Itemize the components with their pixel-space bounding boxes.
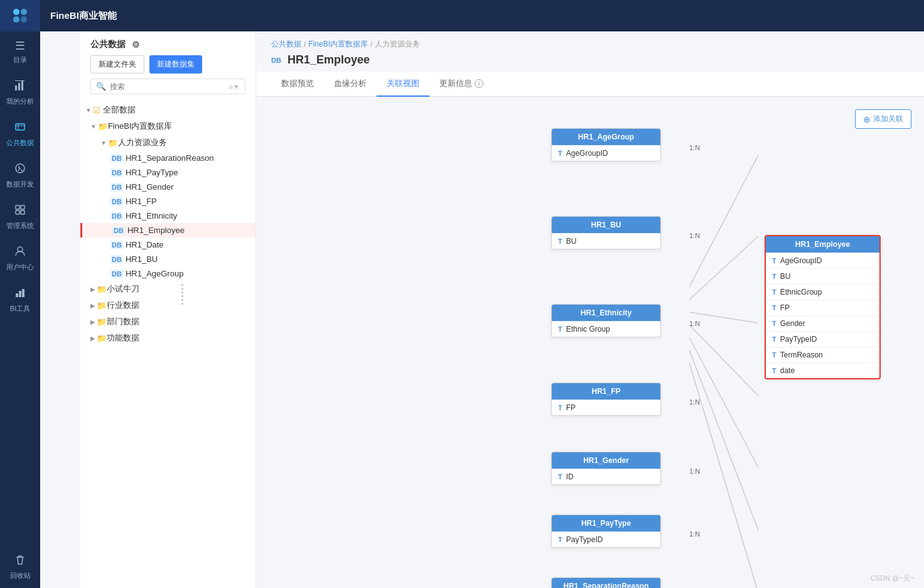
left-panel-title: 公共数据 ⚙ [90,39,140,50]
table-card-fp[interactable]: HR1_FP T FP [551,383,661,416]
table-card-row-paytypeid: T PayTypeID [766,331,879,347]
sidebar-item-label: 目录 [13,55,27,65]
svg-line-22 [689,236,758,300]
sidebar-item-users[interactable]: 用户中心 [0,238,40,280]
svg-point-1 [21,9,27,15]
table-card-row-agegroupid: T AgeGroupID [766,253,879,268]
tree-item-sep-reason[interactable]: DB HR1_SeparationReason [80,151,255,165]
table-card-header: HR1_FP [552,383,660,400]
folder-icon: 📁 [97,334,107,343]
type-icon: T [772,273,776,280]
table-card-ethnicity[interactable]: HR1_Ethnicity T Ethnic Group [551,304,661,337]
rel-label-fp: 1:N [689,398,700,406]
tree-item-gender[interactable]: DB HR1_Gender [80,180,255,194]
table-card-header: HR1_PayType [552,515,660,531]
tree-item-bu[interactable]: DB HR1_BU [80,252,255,266]
sidebar-item-analysis[interactable]: 我的分析 [0,72,40,114]
header-title: FineBI商业智能 [50,10,117,22]
breadcrumb: 公共数据 / FineBI内置数据库 / 人力资源业务 [256,31,924,50]
tab-lineage[interactable]: 血缘分析 [324,72,377,97]
tree-item-employee[interactable]: DB HR1_Employee [80,223,255,237]
tab-preview[interactable]: 数据预览 [271,72,324,97]
tree-item-pay-type[interactable]: DB HR1_PayType [80,165,255,180]
table-card-sep-reason[interactable]: HR1_SeparationReason T SeparationTypeID [551,577,661,588]
left-panel: 公共数据 ⚙ 新建文件夹 新建数据集 🔍 ≡▼ ▼ ☑ 全部数据 ▼ 📁 Fi [80,31,256,588]
db-icon: DB [110,154,123,163]
sidebar-item-label: 管理系统 [6,221,34,231]
db-icon: DB [110,255,123,264]
svg-rect-5 [18,83,20,90]
tabs-bar: 数据预览 血缘分析 关联视图 更新信息i [256,72,924,97]
tree-item-date[interactable]: DB HR1_Date [80,237,255,252]
sidebar: ☰ 目录 我的分析 公共数据 [0,0,40,588]
tree-item-hr-biz[interactable]: ▼ 📁 人力资源业务 [80,134,255,151]
type-icon: T [772,367,776,374]
sidebar-item-label: BI工具 [10,304,30,313]
expand-icon: ▶ [90,318,95,325]
table-card-row: T Ethnic Group [552,321,660,337]
table-card-employee[interactable]: HR1_Employee T AgeGroupID T BU T EthnicG… [765,235,881,379]
svg-point-0 [13,9,19,15]
sidebar-item-catalog[interactable]: ☰ 目录 [0,31,40,72]
trash-icon [14,554,26,569]
table-card-row-termreason: T TermReason [766,347,879,362]
breadcrumb-hr: 人力资源业务 [375,39,420,50]
table-card-row-fp: T FP [766,300,879,315]
breadcrumb-finebi[interactable]: FineBI内置数据库 [308,39,368,50]
users-icon [14,246,26,260]
svg-rect-4 [15,85,17,90]
tree-item-xiaoshidao[interactable]: ▶ 📁 小试牛刀 [80,281,255,297]
sidebar-item-label: 回收站 [10,571,31,580]
table-card-gender[interactable]: HR1_Gender T ID [551,452,661,485]
sidebar-item-bitools[interactable]: BI工具 [0,280,40,321]
type-icon: T [772,288,776,296]
svg-line-21 [689,155,758,287]
table-card-row: T FP [552,400,660,415]
tree-item-agegroup[interactable]: DB HR1_AgeGroup [80,266,255,281]
tree-item-fp[interactable]: DB HR1_FP [80,194,255,209]
tab-relation[interactable]: 关联视图 [377,72,429,97]
app-logo [0,0,40,31]
sidebar-item-public[interactable]: 公共数据 [0,114,40,155]
svg-line-27 [689,362,758,588]
add-icon: ⊕ [863,114,871,124]
tree-item-dept[interactable]: ▶ 📁 部门数据 [80,313,255,330]
svg-rect-13 [16,205,19,209]
tab-update[interactable]: 更新信息i [429,72,493,97]
sidebar-item-trash[interactable]: 回收站 [0,547,40,588]
add-relation-button[interactable]: ⊕ 添加关联 [855,109,911,129]
table-card-header: HR1_AgeGroup [552,129,660,145]
tree-item-ethnicity[interactable]: DB HR1_Ethnicity [80,209,255,223]
sidebar-item-mgmt[interactable]: 管理系统 [0,197,40,238]
tree-item-all[interactable]: ▼ ☑ 全部数据 [80,102,255,118]
tree-item-finebi-db[interactable]: ▼ 📁 FineBI内置数据库 [80,118,255,134]
type-icon: T [558,404,562,411]
table-card-paytype[interactable]: HR1_PayType T PayTypeID [551,514,661,548]
svg-point-3 [21,16,27,23]
db-icon: DB [112,226,125,235]
settings-icon[interactable]: ⚙ [132,40,140,50]
table-card-agegroup[interactable]: HR1_AgeGroup T AgeGroupID [551,128,661,161]
expand-icon: ▶ [90,302,95,309]
panel-drag-handle[interactable] [179,281,185,307]
sidebar-item-devdata[interactable]: 数据开发 [0,155,40,197]
table-card-bu[interactable]: HR1_BU T BU [551,216,661,249]
folder-icon: 📁 [98,122,108,131]
filter-icon[interactable]: ≡▼ [229,83,240,90]
tree-item-industry[interactable]: ▶ 📁 行业数据 [80,297,255,313]
folder-icon: 📁 [97,317,107,327]
tree-item-func[interactable]: ▶ 📁 功能数据 [80,330,255,346]
search-icon: 🔍 [96,82,106,91]
mgmt-icon [14,204,26,219]
breadcrumb-public[interactable]: 公共数据 [271,39,301,50]
svg-rect-20 [22,289,24,297]
header: FineBI商业智能 [40,0,924,31]
table-card-row: T PayTypeID [552,531,660,547]
table-card-header: HR1_SeparationReason [552,578,660,588]
search-input[interactable] [110,82,225,91]
expand-icon: ▼ [90,123,97,130]
breadcrumb-sep: / [370,40,372,49]
new-dataset-button[interactable]: 新建数据集 [149,55,202,74]
new-folder-button[interactable]: 新建文件夹 [90,55,144,74]
bitools-icon [14,287,26,302]
